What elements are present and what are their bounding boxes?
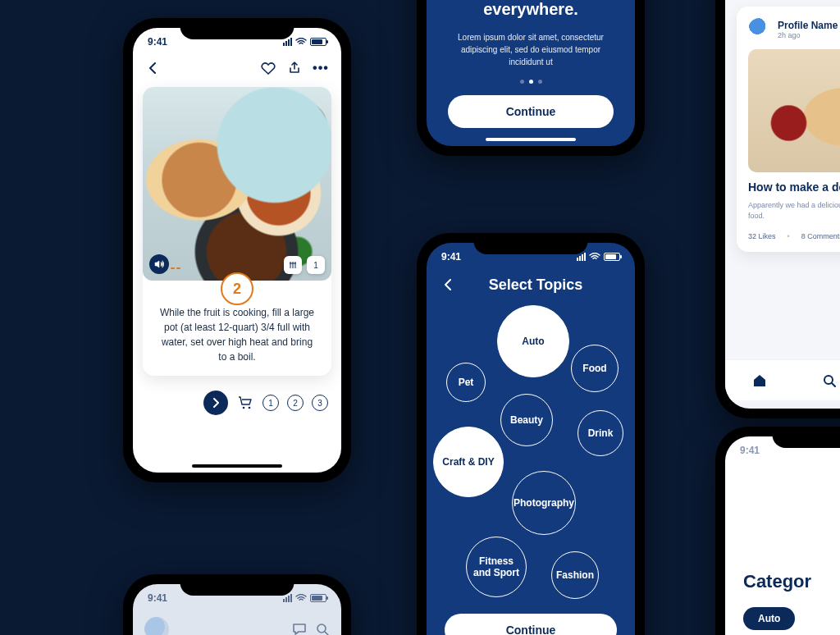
cellular-icon bbox=[283, 38, 292, 46]
pager-1[interactable]: 1 bbox=[262, 395, 279, 411]
topic-bubble-beauty[interactable]: Beauty bbox=[500, 394, 553, 446]
phone-category: 9:41 Categor Auto bbox=[715, 427, 840, 635]
pager-dot[interactable] bbox=[520, 80, 524, 84]
phone-feed-greyed: 9:41 bbox=[123, 574, 351, 635]
continue-button[interactable]: Continue bbox=[448, 95, 614, 128]
onboarding-pager bbox=[520, 80, 542, 84]
svg-point-0 bbox=[243, 407, 245, 409]
cellular-icon bbox=[577, 253, 586, 261]
audio-scrubber-icon bbox=[171, 267, 180, 269]
topic-label: Beauty bbox=[510, 414, 543, 426]
tab-home-icon[interactable] bbox=[751, 372, 768, 389]
author-name: Profile Name bbox=[778, 20, 838, 31]
recipe-screen: 9:41 ••• bbox=[133, 28, 341, 473]
ingredients-badge[interactable] bbox=[284, 256, 302, 274]
step-number: 2 bbox=[221, 272, 253, 305]
feed-card-title: How to make a delic bbox=[748, 180, 840, 194]
feed-card-meta: 32 Likes • 8 Comments bbox=[748, 232, 840, 240]
home-indicator bbox=[486, 138, 576, 141]
category-chip-auto[interactable]: Auto bbox=[743, 607, 795, 630]
topic-label: Pet bbox=[459, 377, 474, 388]
category-chip-row: Auto bbox=[725, 592, 840, 630]
topic-bubble-drink[interactable]: Drink bbox=[578, 410, 623, 456]
phone-notch bbox=[474, 233, 588, 254]
battery-icon bbox=[310, 38, 326, 46]
status-time: 9:41 bbox=[441, 251, 461, 263]
wifi-icon bbox=[589, 253, 600, 261]
feed-tabs: Popular Lastest bbox=[725, 0, 840, 7]
recipe-image: 1 bbox=[143, 87, 331, 281]
bottom-tab-bar bbox=[725, 359, 840, 400]
topic-bubble-food[interactable]: Food bbox=[571, 345, 619, 392]
feed-author: Profile Name 2h ago bbox=[748, 18, 840, 41]
cellular-icon bbox=[283, 594, 292, 602]
pager-3[interactable]: 3 bbox=[312, 395, 328, 411]
design-canvas: 9:41 ••• bbox=[0, 0, 840, 635]
category-screen: 9:41 Categor Auto bbox=[725, 436, 840, 635]
category-title: Categor bbox=[725, 464, 840, 592]
status-indicators bbox=[283, 594, 326, 602]
topics-bubbles: AutoFoodPetBeautyDrinkCraft & DIYPhotogr… bbox=[433, 305, 628, 601]
topic-label: Auto bbox=[522, 336, 544, 347]
phone-recipe-step: 9:41 ••• bbox=[123, 18, 351, 482]
topic-label: Drink bbox=[588, 427, 614, 439]
onboarding-title-line2: everywhere. bbox=[458, 0, 604, 20]
svg-point-1 bbox=[249, 407, 251, 409]
wifi-icon bbox=[295, 38, 307, 46]
phone-notch bbox=[180, 18, 294, 39]
feed-card[interactable]: Profile Name 2h ago How to make a delic … bbox=[737, 7, 840, 252]
avatar[interactable] bbox=[748, 18, 771, 41]
recipe-top-bar: ••• bbox=[133, 56, 341, 84]
pager-dot[interactable] bbox=[538, 80, 542, 84]
pager-dot-active[interactable] bbox=[529, 80, 533, 84]
feed-card-image bbox=[748, 49, 840, 172]
more-button[interactable]: ••• bbox=[312, 59, 330, 77]
topic-bubble-photography[interactable]: Photography bbox=[512, 471, 576, 535]
favorite-button[interactable] bbox=[259, 59, 277, 77]
topics-header: Select Topics bbox=[427, 271, 635, 302]
topic-label: Food bbox=[582, 363, 606, 374]
chat-icon[interactable] bbox=[292, 622, 307, 635]
status-indicators bbox=[577, 253, 620, 261]
phone-onboarding: Creat once. Export everywhere. Lorem ips… bbox=[417, 0, 645, 156]
topic-label: Photography bbox=[514, 497, 574, 509]
topics-title: Select Topics bbox=[450, 276, 622, 294]
topic-label: Fashion bbox=[556, 569, 594, 581]
comments-count[interactable]: 8 Comments bbox=[801, 232, 840, 240]
feed-screen: Popular Lastest Profile Name 2h ago How … bbox=[725, 0, 840, 409]
likes-count[interactable]: 32 Likes bbox=[748, 232, 776, 240]
phone-notch bbox=[180, 574, 294, 596]
cart-button[interactable] bbox=[236, 394, 254, 412]
topic-label: Craft & DIY bbox=[442, 456, 494, 468]
recipe-footer: 1 2 3 bbox=[133, 376, 341, 417]
topic-bubble-craft-diy[interactable]: Craft & DIY bbox=[433, 427, 504, 497]
audio-button[interactable] bbox=[149, 254, 169, 274]
search-icon[interactable] bbox=[315, 622, 330, 635]
topic-bubble-auto[interactable]: Auto bbox=[497, 305, 569, 377]
battery-icon bbox=[604, 253, 620, 261]
share-button[interactable] bbox=[285, 59, 304, 77]
back-button[interactable] bbox=[144, 59, 162, 77]
topic-label: Fitness and Sport bbox=[470, 555, 523, 579]
wifi-icon bbox=[295, 594, 307, 602]
next-step-button[interactable] bbox=[203, 391, 228, 415]
topic-bubble-fashion[interactable]: Fashion bbox=[551, 551, 599, 599]
continue-button[interactable]: Continue bbox=[445, 614, 617, 635]
count-badge[interactable]: 1 bbox=[307, 256, 325, 274]
topic-bubble-pet[interactable]: Pet bbox=[446, 363, 486, 402]
onboarding-screen: Creat once. Export everywhere. Lorem ips… bbox=[427, 0, 635, 146]
onboarding-description: Lorem ipsum dolor sit amet, consectetur … bbox=[448, 31, 614, 68]
status-time: 9:41 bbox=[148, 592, 167, 604]
phone-notch bbox=[773, 427, 841, 448]
greyed-top-row bbox=[133, 612, 341, 635]
topic-bubble-fitness-and-sport[interactable]: Fitness and Sport bbox=[466, 537, 527, 597]
battery-icon bbox=[310, 594, 326, 602]
status-indicators bbox=[283, 38, 326, 46]
feed-card-subtitle: Apparently we had a delicious had a deli… bbox=[748, 200, 840, 221]
phone-select-topics: 9:41 Select Topics AutoFoodPetBeautyDrin… bbox=[417, 233, 645, 635]
topics-screen: 9:41 Select Topics AutoFoodPetBeautyDrin… bbox=[427, 243, 635, 635]
avatar[interactable] bbox=[144, 617, 169, 635]
pager-2[interactable]: 2 bbox=[287, 395, 304, 411]
onboarding-title: Creat once. Export everywhere. bbox=[458, 0, 604, 20]
tab-search-icon[interactable] bbox=[821, 372, 838, 389]
